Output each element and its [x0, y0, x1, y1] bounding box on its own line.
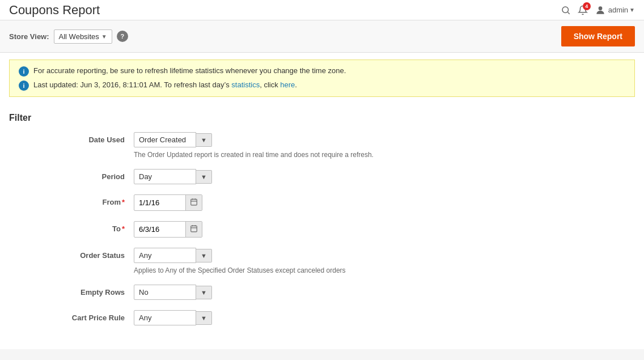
period-inline: Day Month Year ▼	[134, 169, 212, 184]
show-report-button[interactable]: Show Report	[561, 26, 635, 46]
to-calendar-icon[interactable]	[185, 222, 202, 237]
cart-price-rule-control: Any ▼	[134, 310, 212, 325]
info-text-1: For accurate reporting, be sure to refre…	[33, 66, 346, 76]
empty-rows-select[interactable]: No Yes	[134, 285, 196, 300]
top-header: Coupons Report 4 admin ▼	[0, 0, 644, 20]
empty-rows-row: Empty Rows No Yes ▼	[9, 285, 635, 300]
admin-chevron-icon: ▼	[629, 7, 635, 13]
filter-section: Filter Date Used Order Created Order Upd…	[0, 104, 644, 349]
to-row: To*	[9, 221, 635, 238]
info-text-2: Last updated: Jun 3, 2016, 8:11:01 AM. T…	[33, 80, 297, 90]
cart-price-rule-inline: Any ▼	[134, 310, 212, 325]
svg-rect-7	[191, 226, 197, 232]
store-view-chevron-icon: ▼	[101, 33, 107, 40]
cart-price-rule-row: Cart Price Rule Any ▼	[9, 310, 635, 325]
info-row-2: i Last updated: Jun 3, 2016, 8:11:01 AM.…	[19, 80, 625, 91]
admin-label: admin	[608, 6, 628, 14]
empty-rows-inline: No Yes ▼	[134, 285, 212, 300]
help-icon[interactable]: ?	[117, 31, 128, 42]
svg-line-1	[567, 12, 569, 14]
svg-point-0	[562, 7, 569, 13]
order-status-hint: Applies to Any of the Specified Order St…	[134, 266, 346, 274]
order-status-label: Order Status	[32, 248, 134, 260]
order-status-select[interactable]: Any Pending Processing Complete	[134, 248, 196, 263]
toolbar: Store View: All Websites ▼ ? Show Report	[0, 20, 644, 53]
to-required: *	[122, 225, 125, 233]
info-text-2-middle: , click	[260, 81, 280, 89]
cart-price-rule-select[interactable]: Any	[134, 310, 196, 325]
statistics-link[interactable]: statistics	[231, 81, 260, 89]
admin-menu[interactable]: admin ▼	[595, 5, 635, 16]
filter-title: Filter	[9, 113, 635, 123]
from-required: *	[122, 198, 125, 206]
period-control: Day Month Year ▼	[134, 169, 212, 184]
store-view-label: Store View:	[9, 32, 49, 41]
date-used-control: Order Created Order Updated ▼ The Order …	[134, 132, 374, 159]
info-icon-2: i	[19, 81, 29, 91]
notification-badge: 4	[583, 2, 591, 10]
date-used-dropdown-btn[interactable]: ▼	[196, 133, 212, 147]
from-control	[134, 194, 202, 211]
store-view-group: Store View: All Websites ▼ ?	[9, 29, 128, 44]
to-label: To*	[32, 221, 134, 233]
date-used-label: Date Used	[32, 132, 134, 144]
period-select[interactable]: Day Month Year	[134, 169, 196, 184]
from-date-input[interactable]	[134, 196, 185, 210]
empty-rows-dropdown-btn[interactable]: ▼	[196, 286, 212, 299]
to-control	[134, 221, 202, 238]
from-date-field	[134, 194, 202, 211]
info-box: i For accurate reporting, be sure to ref…	[9, 60, 635, 97]
store-view-dropdown[interactable]: All Websites ▼	[54, 29, 112, 44]
here-link[interactable]: here	[280, 81, 295, 89]
date-used-row: Date Used Order Created Order Updated ▼ …	[9, 132, 635, 159]
order-status-row: Order Status Any Pending Processing Comp…	[9, 248, 635, 274]
period-label: Period	[32, 169, 134, 181]
info-text-2-after: .	[295, 81, 297, 89]
notifications-bell[interactable]: 4	[578, 5, 588, 15]
info-icon-1: i	[19, 66, 29, 77]
empty-rows-control: No Yes ▼	[134, 285, 212, 300]
date-used-inline: Order Created Order Updated ▼	[134, 132, 374, 147]
header-right: 4 admin ▼	[561, 5, 635, 16]
period-row: Period Day Month Year ▼	[9, 169, 635, 184]
period-dropdown-btn[interactable]: ▼	[196, 170, 212, 184]
cart-price-rule-dropdown-btn[interactable]: ▼	[196, 311, 212, 325]
svg-rect-3	[191, 199, 197, 205]
store-view-value: All Websites	[59, 32, 99, 41]
from-row: From*	[9, 194, 635, 211]
cart-price-rule-label: Cart Price Rule	[32, 310, 134, 322]
info-text-2-before: Last updated: Jun 3, 2016, 8:11:01 AM. T…	[33, 81, 231, 89]
order-status-dropdown-btn[interactable]: ▼	[196, 249, 212, 262]
content-area: Store View: All Websites ▼ ? Show Report…	[0, 20, 644, 349]
info-row-1: i For accurate reporting, be sure to ref…	[19, 66, 625, 77]
page-title: Coupons Report	[9, 3, 100, 18]
to-date-input[interactable]	[134, 222, 185, 236]
date-used-hint: The Order Updated report is created in r…	[134, 151, 374, 159]
svg-point-2	[598, 6, 602, 10]
to-date-field	[134, 221, 202, 238]
from-label: From*	[32, 194, 134, 206]
search-icon[interactable]	[561, 5, 571, 15]
page-wrapper: Coupons Report 4 admin ▼	[0, 0, 644, 360]
empty-rows-label: Empty Rows	[32, 285, 134, 297]
order-status-control: Any Pending Processing Complete ▼ Applie…	[134, 248, 346, 274]
date-used-select[interactable]: Order Created Order Updated	[134, 132, 196, 147]
order-status-inline: Any Pending Processing Complete ▼	[134, 248, 346, 263]
from-calendar-icon[interactable]	[185, 195, 202, 210]
